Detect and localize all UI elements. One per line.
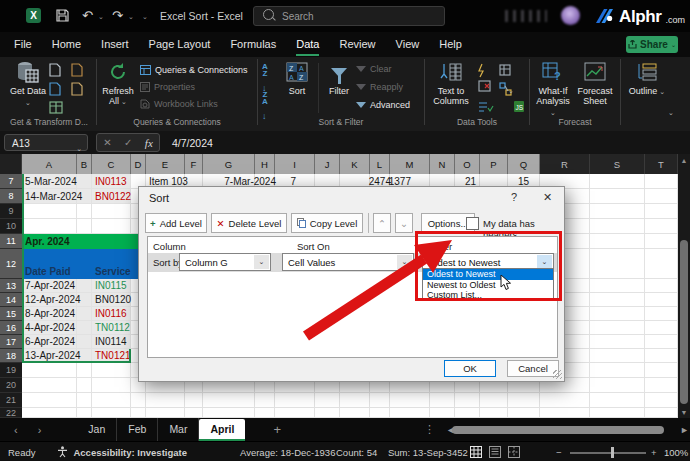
column-header-G[interactable]: G	[203, 154, 255, 174]
grid-cell[interactable]	[22, 408, 77, 418]
grid-cell[interactable]	[590, 408, 645, 418]
grid-cell[interactable]	[370, 393, 390, 408]
zoom-slider-track[interactable]	[570, 452, 646, 454]
column-header-O[interactable]: O	[455, 154, 480, 174]
dialog-close-icon[interactable]: ✕	[543, 191, 552, 204]
column-header-R[interactable]: R	[540, 154, 590, 174]
row-header-14[interactable]: 14	[0, 293, 22, 307]
ribbon-tab-page-layout[interactable]: Page Layout	[139, 32, 221, 57]
grid-cell[interactable]	[77, 279, 92, 293]
grid-cell[interactable]	[590, 204, 645, 219]
advanced-filter-button[interactable]: Advanced	[356, 100, 410, 110]
grid-cell[interactable]	[590, 293, 645, 307]
queries-connections-button[interactable]: Queries & Connections	[140, 65, 248, 75]
row-header-17[interactable]: 17	[0, 335, 22, 349]
grid-cell[interactable]	[645, 307, 678, 321]
save-icon[interactable]	[56, 9, 69, 22]
column-header-S[interactable]: S	[590, 154, 645, 174]
grid-cell[interactable]	[508, 393, 540, 408]
grid-cell[interactable]	[340, 393, 370, 408]
row-header-11[interactable]: 11	[0, 234, 22, 249]
redo-dropdown-icon[interactable]: ⌄	[128, 13, 134, 21]
undo-dropdown-icon[interactable]: ⌄	[98, 13, 104, 21]
grid-cell[interactable]	[255, 393, 275, 408]
grid-cell[interactable]	[540, 408, 590, 418]
grid-cell[interactable]	[645, 219, 678, 234]
vertical-scroll-thumb[interactable]	[680, 240, 688, 404]
formula-value[interactable]: 4/7/2024	[172, 137, 213, 149]
delete-level-button[interactable]: ✕ Delete Level	[211, 213, 287, 233]
ribbon-tab-view[interactable]: View	[386, 32, 430, 57]
row-header-7[interactable]: 7	[0, 174, 22, 189]
band-row[interactable]: Apr. 2024	[22, 234, 146, 249]
grid-cell[interactable]	[645, 189, 678, 204]
grid-cell[interactable]	[590, 234, 645, 249]
dialog-help-icon[interactable]: ?	[511, 191, 517, 203]
accessibility-status[interactable]: Accessibility: Investigate	[73, 447, 187, 458]
grid-cell[interactable]	[77, 307, 92, 321]
grid-cell[interactable]	[590, 349, 645, 363]
move-down-button[interactable]: ⌄	[395, 213, 413, 233]
workbook-links-button[interactable]: Workbook Links	[140, 99, 218, 109]
formula-buttons[interactable]: ✕ ✓ fx	[96, 133, 160, 152]
grid-cell[interactable]	[645, 349, 678, 363]
column-header-F[interactable]: F	[185, 154, 203, 174]
grid-cell[interactable]	[645, 293, 678, 307]
excel-app-icon[interactable]: X	[26, 8, 41, 23]
grid-cell[interactable]	[92, 378, 131, 393]
sheet-tab-april[interactable]: April	[199, 419, 245, 442]
grid-cell[interactable]	[390, 393, 430, 408]
grid-cell[interactable]	[590, 189, 645, 204]
grid-cell[interactable]	[590, 321, 645, 335]
grid-cell[interactable]	[455, 393, 480, 408]
ribbon-tab-file[interactable]: File	[0, 32, 42, 57]
grid-cell[interactable]	[255, 408, 275, 418]
grid-cell[interactable]	[22, 378, 77, 393]
get-transform-small-icons[interactable]	[48, 63, 88, 115]
add-level-button[interactable]: + Add Level	[145, 213, 207, 233]
grid-cell[interactable]	[430, 408, 455, 418]
ribbon-tab-help[interactable]: Help	[429, 32, 472, 57]
grid-cell[interactable]	[92, 219, 131, 234]
name-box[interactable]: A13⌄	[4, 134, 88, 151]
forecast-sheet-button[interactable]: Forecast Sheet	[576, 60, 614, 106]
refresh-all-button[interactable]: Refresh All ⌄	[98, 60, 138, 107]
column-header-D[interactable]: D	[131, 154, 146, 174]
grid-cell[interactable]	[540, 393, 590, 408]
column-header-M[interactable]: M	[390, 154, 430, 174]
grid-cell[interactable]	[92, 363, 131, 378]
grid-cell[interactable]	[92, 393, 131, 408]
data-validation-dropdown-icon[interactable]: ⌄	[508, 87, 514, 95]
text-to-columns-button[interactable]: Text to Columns	[430, 60, 472, 106]
clear-filter-button[interactable]: Clear	[356, 64, 392, 74]
column-header-T[interactable]: T	[645, 154, 678, 174]
cancel-button[interactable]: Cancel	[507, 360, 559, 377]
sort-button[interactable]: ZAAZ Sort	[280, 60, 314, 96]
grid-cell[interactable]	[390, 408, 430, 418]
column-header-A[interactable]: A	[22, 154, 77, 174]
get-data-button[interactable]: Get Data ⌄	[8, 60, 48, 108]
column-header-K[interactable]: K	[340, 154, 370, 174]
grid-cell[interactable]	[590, 363, 645, 378]
row-header-10[interactable]: 10	[0, 219, 22, 234]
redo-icon[interactable]: ↷	[112, 0, 123, 32]
filter-button[interactable]: Filter	[322, 60, 356, 96]
sheet-tab-mar[interactable]: Mar	[158, 418, 199, 441]
zoom-out-icon[interactable]: −	[556, 447, 562, 458]
row-header-19[interactable]: 19	[0, 363, 22, 378]
grid-cell[interactable]	[77, 335, 92, 349]
grid-cell[interactable]	[480, 393, 508, 408]
outline-button[interactable]: Outline ⌄	[628, 60, 666, 97]
what-if-analysis-button[interactable]: ? What-If Analysis ⌄	[534, 60, 572, 118]
column-header-Q[interactable]: Q	[508, 154, 540, 174]
grid-cell[interactable]	[455, 408, 480, 418]
scroll-down-icon[interactable]: ▼	[678, 409, 690, 416]
grid-cell[interactable]	[315, 408, 340, 418]
grid-cell[interactable]	[203, 408, 255, 418]
grid-cell[interactable]	[340, 408, 370, 418]
ribbon-tab-data[interactable]: Data	[286, 32, 329, 57]
sheet-tab-feb[interactable]: Feb	[117, 418, 158, 441]
normal-view-icon[interactable]	[470, 446, 482, 458]
sorton-select[interactable]: Cell Values⌄	[282, 253, 414, 271]
grid-cell[interactable]	[590, 307, 645, 321]
